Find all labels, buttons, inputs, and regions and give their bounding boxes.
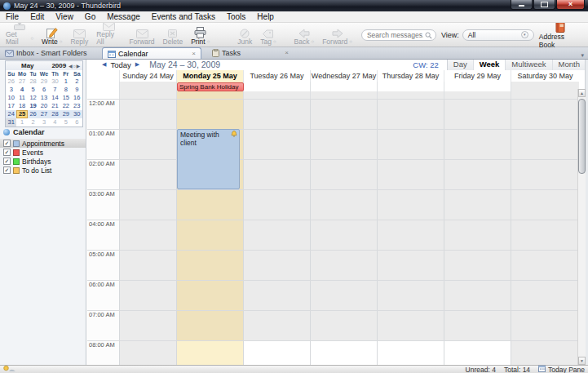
tag-button[interactable]: Tag○ xyxy=(256,25,280,47)
close-tab-icon[interactable]: × xyxy=(192,51,196,57)
day-column-saturday-30-may[interactable] xyxy=(511,99,579,365)
menu-message[interactable]: Message xyxy=(101,12,146,21)
day-header-wednesday-27-may[interactable]: Wednesday 27 May xyxy=(310,70,377,82)
close-tab-icon[interactable]: × xyxy=(285,50,289,56)
get-mail-button[interactable]: Get Mail○ xyxy=(2,25,38,47)
write-button[interactable]: Write○ xyxy=(38,25,66,47)
view-tab-month[interactable]: Month xyxy=(553,59,586,70)
search-input[interactable] xyxy=(365,30,425,40)
close-button[interactable]: × xyxy=(556,0,585,10)
allday-cell[interactable] xyxy=(310,82,377,91)
mm-day-29[interactable]: 29 xyxy=(38,78,49,86)
allday-cell[interactable] xyxy=(119,82,176,91)
day-header-monday-25-may[interactable]: Monday 25 May xyxy=(176,70,243,82)
mm-day-28[interactable]: 28 xyxy=(50,110,60,118)
mm-day-1[interactable]: 1 xyxy=(16,118,27,127)
mm-day-2[interactable]: 2 xyxy=(28,118,38,127)
tab-tasks[interactable]: Tasks× xyxy=(207,47,294,59)
menu-view[interactable]: View xyxy=(50,12,79,21)
day-header-friday-29-may[interactable]: Friday 29 May xyxy=(444,70,511,82)
mm-day-20[interactable]: 20 xyxy=(38,102,49,110)
mm-day-3[interactable]: 3 xyxy=(38,118,49,127)
day-header-tuesday-26-may[interactable]: Tuesday 26 May xyxy=(243,70,310,82)
mm-day-28[interactable]: 28 xyxy=(28,78,38,86)
mm-day-18[interactable]: 18 xyxy=(16,102,27,110)
day-header-sunday-24-may[interactable]: Sunday 24 May xyxy=(119,70,176,82)
scrollbar-thumb[interactable] xyxy=(578,99,586,174)
mm-day-13[interactable]: 13 xyxy=(38,94,49,102)
mm-day-10[interactable]: 10 xyxy=(6,94,16,102)
mm-day-19[interactable]: 19 xyxy=(28,102,38,110)
mm-day-27[interactable]: 27 xyxy=(38,110,49,118)
mm-day-8[interactable]: 8 xyxy=(60,86,71,94)
mm-day-7[interactable]: 7 xyxy=(50,86,60,94)
forward-button[interactable]: Forward xyxy=(125,25,158,47)
checkbox-icon[interactable]: ✓ xyxy=(3,149,11,156)
scroll-up-icon[interactable]: ▲ xyxy=(578,89,586,97)
calendar-item-appointments[interactable]: ✓Appointments xyxy=(0,139,86,148)
next-week-icon[interactable]: ▶ xyxy=(135,59,139,70)
junk-button[interactable]: Junk xyxy=(233,25,256,47)
mm-day-6[interactable]: 6 xyxy=(72,118,82,127)
view-tab-week[interactable]: Week xyxy=(474,59,506,70)
address-book-button[interactable]: Address Book xyxy=(534,20,586,49)
checkbox-icon[interactable]: ✓ xyxy=(3,158,11,165)
mm-day-26[interactable]: 26 xyxy=(6,78,16,86)
prev-week-icon[interactable]: ◀ xyxy=(102,59,106,70)
minimonth-next-icon[interactable]: ▶ xyxy=(77,64,80,69)
print-button[interactable]: Print○ xyxy=(187,25,214,47)
grid-scrollbar[interactable]: ▲ ▼ xyxy=(577,89,586,365)
mm-day-14[interactable]: 14 xyxy=(50,94,60,102)
day-column-friday-29-may[interactable] xyxy=(444,99,511,365)
day-column-sunday-24-may[interactable] xyxy=(119,99,176,365)
menu-help[interactable]: Help xyxy=(251,12,280,21)
minimonth-prev-icon[interactable]: ◀ xyxy=(69,64,72,69)
minimonth-today-icon[interactable]: ○ xyxy=(73,64,75,69)
mm-day-17[interactable]: 17 xyxy=(6,102,16,110)
forward-button[interactable]: Forward○ xyxy=(318,25,356,47)
today-pane-toggle[interactable]: Today Pane xyxy=(538,365,585,373)
search-box[interactable] xyxy=(361,29,436,41)
today-button[interactable]: Today xyxy=(110,60,130,69)
mm-day-5[interactable]: 5 xyxy=(60,118,71,127)
day-header-thursday-28-may[interactable]: Thursday 28 May xyxy=(377,70,444,82)
checkbox-icon[interactable]: ✓ xyxy=(3,167,11,174)
allday-cell[interactable] xyxy=(444,82,511,91)
view-tab-multiweek[interactable]: Multiweek xyxy=(506,59,552,70)
menu-events-and-tasks[interactable]: Events and Tasks xyxy=(146,12,221,21)
mm-day-1[interactable]: 1 xyxy=(60,78,71,86)
back-button[interactable]: Back○ xyxy=(290,25,319,47)
mm-day-3[interactable]: 3 xyxy=(6,86,16,94)
day-column-wednesday-27-may[interactable] xyxy=(310,99,377,365)
mm-day-27[interactable]: 27 xyxy=(16,78,27,86)
mm-day-6[interactable]: 6 xyxy=(38,86,49,94)
mm-day-24[interactable]: 24 xyxy=(6,110,16,118)
scroll-down-icon[interactable]: ▼ xyxy=(578,357,586,365)
mm-day-5[interactable]: 5 xyxy=(28,86,38,94)
timed-event[interactable]: Meeting with client xyxy=(177,129,240,189)
mm-day-30[interactable]: 30 xyxy=(72,110,82,118)
mm-day-26[interactable]: 26 xyxy=(28,110,38,118)
delete-button[interactable]: Delete xyxy=(159,25,188,47)
mm-day-23[interactable]: 23 xyxy=(72,102,82,110)
mm-day-15[interactable]: 15 xyxy=(60,94,71,102)
mm-day-31[interactable]: 31 xyxy=(6,118,16,127)
maximize-button[interactable] xyxy=(533,0,555,10)
allday-cell[interactable] xyxy=(511,82,579,91)
mm-day-16[interactable]: 16 xyxy=(72,94,82,102)
menu-file[interactable]: File xyxy=(0,12,24,21)
mm-day-9[interactable]: 9 xyxy=(72,86,82,94)
checkbox-icon[interactable]: ✓ xyxy=(3,140,11,147)
mm-day-4[interactable]: 4 xyxy=(50,118,60,127)
mm-day-30[interactable]: 30 xyxy=(50,78,60,86)
mm-day-25[interactable]: 25 xyxy=(16,110,27,118)
menu-tools[interactable]: Tools xyxy=(221,12,251,21)
menu-edit[interactable]: Edit xyxy=(24,12,50,21)
list-all-tabs-icon[interactable]: ▾ xyxy=(577,52,588,59)
reply-button[interactable]: Reply xyxy=(66,25,92,47)
menu-go[interactable]: Go xyxy=(79,12,101,21)
tab-calendar[interactable]: Calendar× xyxy=(102,47,201,59)
minimize-button[interactable] xyxy=(511,0,533,10)
allday-cell[interactable] xyxy=(377,82,444,91)
day-column-thursday-28-may[interactable] xyxy=(377,99,444,365)
